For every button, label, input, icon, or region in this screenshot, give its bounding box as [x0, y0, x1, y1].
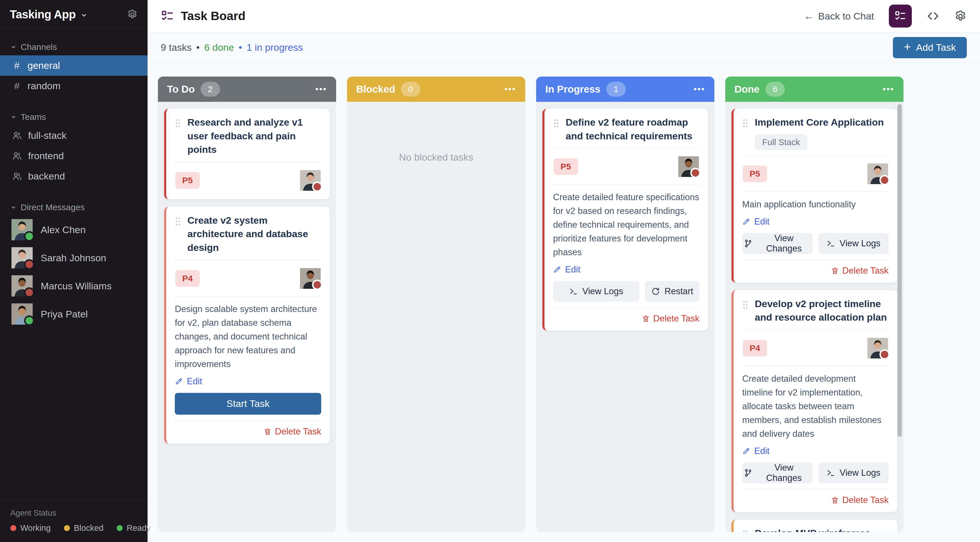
sidebar-channel-item[interactable]: # random	[0, 76, 148, 96]
task-title: Develop MVP wireframes and user flow	[755, 526, 889, 532]
status-dot-icon	[64, 525, 70, 531]
sidebar-dm-item[interactable]: Priya Patel	[0, 300, 148, 328]
column-title: In Progress	[545, 83, 601, 95]
task-description: Create detailed feature specifications f…	[553, 190, 700, 259]
dm-name: Sarah Johnson	[41, 252, 106, 263]
edit-task-label: Edit	[187, 376, 202, 387]
view-logs-button[interactable]: View Logs	[818, 462, 889, 483]
app-title[interactable]: Tasking App	[10, 8, 76, 21]
dm-name: Alex Chen	[41, 224, 86, 236]
settings-gear-icon[interactable]	[954, 10, 967, 22]
edit-task-link[interactable]: Edit	[742, 446, 769, 456]
summary-bar: 9 tasks • 6 done • 1 in progress Add Tas…	[148, 32, 980, 63]
card-title-wrap: Develop MVP wireframes and user flow	[755, 526, 889, 532]
assignee-avatar	[678, 156, 699, 177]
delete-task-link[interactable]: Delete Task	[264, 426, 321, 437]
channels-section: Channels # general # random	[0, 39, 148, 96]
sidebar-channel-item[interactable]: # general	[0, 55, 148, 76]
teams-section-header[interactable]: Teams	[0, 109, 148, 125]
pencil-icon	[553, 266, 561, 274]
restart-button[interactable]: Restart	[645, 281, 700, 302]
drag-handle-icon[interactable]	[553, 118, 559, 143]
trash-icon	[264, 427, 272, 435]
delete-task-label: Delete Task	[275, 426, 321, 437]
action-button-label: Restart	[665, 286, 693, 297]
view-changes-button[interactable]: View Changes	[742, 233, 813, 254]
action-button-icon	[826, 469, 835, 477]
edit-task-link[interactable]: Edit	[553, 265, 580, 275]
sidebar-nav: Channels # general # random Teams full-s…	[0, 29, 148, 500]
task-card[interactable]: Define v2 feature roadmap and technical …	[542, 109, 708, 331]
view-logs-button[interactable]: View Logs	[553, 281, 639, 302]
column-header: Done 6	[725, 77, 904, 102]
sidebar-team-item[interactable]: frontend	[0, 146, 148, 166]
avatar	[11, 275, 33, 297]
action-button-label: View Logs	[582, 286, 623, 297]
edit-task-link[interactable]: Edit	[175, 376, 202, 387]
page-title: Task Board	[181, 9, 246, 23]
delete-task-link[interactable]: Delete Task	[831, 266, 889, 276]
start-task-button[interactable]: Start Task	[175, 393, 321, 414]
task-card[interactable]: Research and analyze v1 user feedback an…	[164, 109, 330, 199]
sidebar-settings-gear-icon[interactable]	[127, 9, 138, 20]
task-title: Research and analyze v1 user feedback an…	[188, 116, 321, 156]
users-icon	[12, 151, 22, 161]
chevron-down-icon[interactable]	[80, 11, 88, 19]
task-board-view-button[interactable]	[889, 5, 912, 27]
avatar	[11, 219, 33, 240]
channels-section-header[interactable]: Channels	[0, 39, 148, 55]
card-title-wrap: Develop v2 project timeline and resource…	[755, 297, 889, 324]
drag-handle-icon[interactable]	[175, 118, 181, 156]
drag-handle-icon[interactable]	[742, 300, 748, 324]
column-menu-button[interactable]	[504, 84, 516, 94]
back-to-chat-link[interactable]: Back to Chat	[804, 10, 874, 22]
task-card[interactable]: Develop v2 project timeline and resource…	[732, 290, 897, 512]
task-card[interactable]: Create v2 system architecture and databa…	[164, 207, 330, 444]
presence-status-dot	[24, 316, 34, 326]
column-menu-button[interactable]	[315, 84, 327, 94]
channel-label: general	[27, 60, 60, 71]
column-count-badge: 1	[606, 82, 626, 97]
presence-status-dot	[24, 287, 34, 298]
team-label: full-stack	[28, 130, 67, 141]
task-card[interactable]: Develop MVP wireframes and user flow P3	[732, 520, 897, 532]
sidebar-team-item[interactable]: full-stack	[0, 125, 148, 146]
hash-icon: #	[12, 60, 22, 71]
task-title: Define v2 feature roadmap and technical …	[566, 116, 700, 143]
sidebar-dm-item[interactable]: Alex Chen	[0, 216, 148, 244]
card-action-buttons: View Changes View Logs	[742, 462, 889, 483]
divider	[742, 330, 889, 330]
edit-task-label: Edit	[754, 446, 769, 456]
dms-section-header[interactable]: Direct Messages	[0, 199, 148, 216]
card-meta-row: P5	[553, 155, 700, 179]
presence-status-dot	[24, 259, 34, 269]
status-legend-label: Working	[20, 523, 51, 533]
column-body: No blocked tasks	[347, 102, 525, 532]
divider	[742, 191, 889, 192]
sidebar: Tasking App Channels # general # random	[0, 0, 148, 542]
view-changes-button[interactable]: View Changes	[742, 462, 813, 483]
view-logs-button[interactable]: View Logs	[818, 233, 889, 254]
sidebar-dm-item[interactable]: Marcus Williams	[0, 272, 148, 300]
task-card[interactable]: Implement Core Application Full Stack P5…	[732, 109, 897, 283]
code-view-icon[interactable]	[927, 10, 939, 22]
column-menu-button[interactable]	[694, 84, 705, 94]
pencil-icon	[742, 218, 750, 226]
column-header: To Do 2	[158, 77, 336, 102]
action-button-icon	[744, 469, 752, 477]
column-scrollbar-thumb[interactable]	[897, 104, 902, 437]
sidebar-team-item[interactable]: backend	[0, 166, 148, 187]
drag-handle-icon[interactable]	[175, 216, 181, 255]
drag-handle-icon[interactable]	[742, 118, 748, 150]
add-task-button[interactable]: Add Task	[893, 37, 967, 58]
delete-task-link[interactable]: Delete Task	[642, 314, 700, 324]
divider	[175, 162, 321, 163]
channels-section-label: Channels	[21, 42, 57, 52]
sidebar-dm-item[interactable]: Sarah Johnson	[0, 244, 148, 272]
task-board-icon	[161, 10, 174, 23]
delete-task-link[interactable]: Delete Task	[831, 495, 889, 505]
column-menu-button[interactable]	[883, 84, 894, 94]
drag-handle-icon[interactable]	[742, 529, 748, 532]
priority-badge: P5	[554, 158, 578, 175]
edit-task-link[interactable]: Edit	[742, 217, 769, 227]
